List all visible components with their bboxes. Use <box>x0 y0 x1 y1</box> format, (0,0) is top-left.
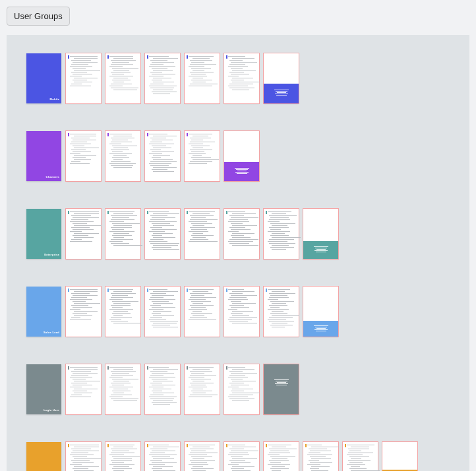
content-page[interactable] <box>145 442 180 471</box>
back-cover-page[interactable] <box>303 287 338 337</box>
content-page[interactable] <box>105 364 140 414</box>
content-page[interactable] <box>185 131 220 181</box>
group-row: Sales Lead <box>26 287 450 337</box>
cover-title: Logic User <box>44 408 59 412</box>
content-page[interactable] <box>185 364 220 414</box>
content-page[interactable] <box>343 442 378 471</box>
back-cover-page[interactable] <box>303 209 338 259</box>
back-cover-page[interactable] <box>264 53 299 103</box>
back-cover-page[interactable] <box>224 131 259 181</box>
cover-page[interactable]: Enterprise <box>26 442 61 471</box>
content-page[interactable] <box>66 131 101 181</box>
content-page[interactable] <box>66 53 101 103</box>
cover-title: Sales Lead <box>44 331 59 334</box>
content-page[interactable] <box>264 209 299 259</box>
content-page[interactable] <box>264 442 299 471</box>
content-page[interactable] <box>105 209 140 259</box>
cover-page[interactable]: Sales Lead <box>26 287 61 337</box>
content-page[interactable] <box>66 364 101 414</box>
content-page[interactable] <box>145 209 180 259</box>
content-page[interactable] <box>185 53 220 103</box>
cover-title: Enterprise <box>44 253 59 256</box>
content-page[interactable] <box>66 442 101 471</box>
group-row: Logic User <box>26 364 450 414</box>
group-row: Enterprise <box>26 442 450 471</box>
back-cover-page[interactable] <box>264 364 299 414</box>
cover-page[interactable]: Channels <box>26 131 61 181</box>
group-row: Mobile <box>26 53 450 103</box>
content-page[interactable] <box>185 442 220 471</box>
content-page[interactable] <box>303 442 338 471</box>
content-page[interactable] <box>105 131 140 181</box>
cover-page[interactable]: Mobile <box>26 53 61 103</box>
cover-page[interactable]: Logic User <box>26 364 61 414</box>
content-page[interactable] <box>185 287 220 337</box>
content-page[interactable] <box>224 53 259 103</box>
content-page[interactable] <box>105 53 140 103</box>
cover-title: Mobile <box>50 97 59 101</box>
cover-title: Channels <box>46 175 59 179</box>
content-page[interactable] <box>66 287 101 337</box>
content-page[interactable] <box>224 364 259 414</box>
content-page[interactable] <box>105 287 140 337</box>
content-page[interactable] <box>145 287 180 337</box>
content-page[interactable] <box>145 364 180 414</box>
cover-page[interactable]: Enterprise <box>26 209 61 259</box>
content-page[interactable] <box>224 287 259 337</box>
content-page[interactable] <box>105 442 140 471</box>
content-page[interactable] <box>224 209 259 259</box>
group-row: Enterprise <box>26 209 450 259</box>
content-page[interactable] <box>224 442 259 471</box>
content-page[interactable] <box>264 287 299 337</box>
tab-user-groups[interactable]: User Groups <box>7 7 70 26</box>
content-page[interactable] <box>66 209 101 259</box>
content-page[interactable] <box>145 131 180 181</box>
document-canvas: MobileChannelsEnterpriseSales LeadLogic … <box>7 35 469 471</box>
content-page[interactable] <box>185 209 220 259</box>
group-row: Channels <box>26 131 450 181</box>
back-cover-page[interactable] <box>382 442 417 471</box>
content-page[interactable] <box>145 53 180 103</box>
